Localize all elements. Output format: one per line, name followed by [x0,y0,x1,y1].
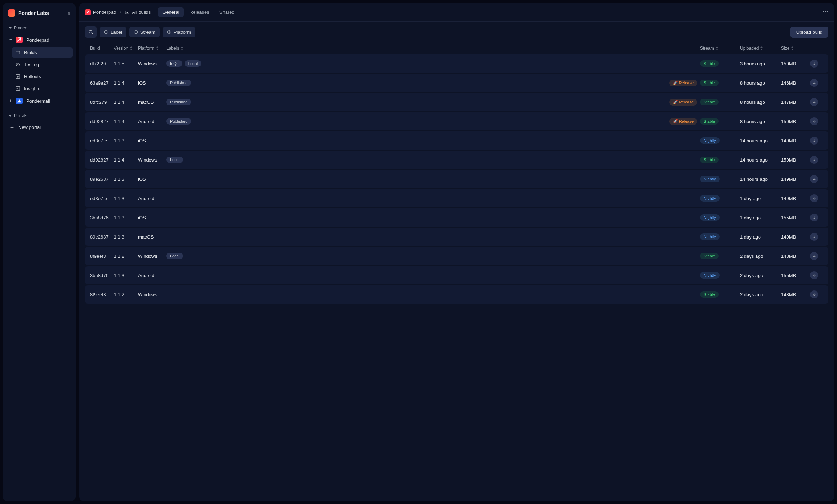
ponderpad-icon [85,9,91,15]
build-action [810,271,823,279]
more-menu[interactable] [822,9,828,16]
svg-rect-0 [16,51,20,54]
build-action [810,117,823,125]
build-uploaded: 14 hours ago [740,138,781,143]
app-pondermail[interactable]: Pondermail [6,95,73,107]
build-version: 1.1.4 [114,99,138,105]
nav-builds[interactable]: Builds [12,47,73,58]
builds-table: Build Version Platform Labels Stream Upl… [79,42,834,501]
col-size[interactable]: Size [781,46,810,51]
upload-build-button[interactable]: Upload build [790,27,828,38]
table-row[interactable]: 8f9eef3 1.1.2 Windows Local Stable 2 day… [85,247,828,265]
build-version: 1.1.3 [114,196,138,201]
build-platform: iOS [138,138,166,143]
download-button[interactable] [810,137,818,145]
portals-section[interactable]: Portals [6,111,73,121]
build-uploaded: 8 hours ago [740,119,781,124]
release-badge: 🚀 Release [669,99,697,106]
table-row[interactable]: dd92827 1.1.4 Android Published🚀 Release… [85,112,828,130]
pinned-section[interactable]: Pinned [6,23,73,33]
download-button[interactable] [810,214,818,221]
col-labels[interactable]: Labels [166,46,700,51]
filter-label[interactable]: Label [100,27,126,37]
breadcrumb-app-label: Ponderpad [93,9,116,15]
build-hash: ed3e7fe [90,138,114,143]
download-button[interactable] [810,79,818,87]
svg-point-6 [825,11,826,12]
table-row[interactable]: dd92827 1.1.4 Windows Local Stable 14 ho… [85,151,828,169]
download-button[interactable] [810,98,818,106]
table-row[interactable]: 89e2687 1.1.3 iOS Nightly 14 hours ago 1… [85,170,828,188]
table-row[interactable]: df72f29 1.1.5 Windows InQaLocal Stable 3… [85,54,828,73]
table-row[interactable]: 8f9eef3 1.1.2 Windows Stable 2 days ago … [85,285,828,304]
build-size: 150MB [781,119,810,124]
table-row[interactable]: 89e2687 1.1.3 macOS Nightly 1 day ago 14… [85,228,828,246]
table-row[interactable]: ed3e7fe 1.1.3 Android Nightly 1 day ago … [85,189,828,207]
plus-circle-icon [104,30,108,34]
download-button[interactable] [810,194,818,202]
breadcrumb-app[interactable]: Ponderpad [85,9,116,15]
triangle-right-icon [9,99,12,102]
download-icon [812,293,816,297]
build-uploaded: 3 hours ago [740,61,781,66]
nav-rollouts[interactable]: Rollouts [12,71,73,82]
download-button[interactable] [810,233,818,241]
filter-platform-text: Platform [174,29,191,35]
download-button[interactable] [810,252,818,260]
download-button[interactable] [810,175,818,183]
build-uploaded: 1 day ago [740,234,781,240]
sidebar: Ponder Labs ⇅ Pinned Ponderpad Builds Te… [3,3,76,501]
download-button[interactable] [810,290,818,298]
build-stream: Stable [700,291,740,298]
sort-icon [130,46,133,50]
download-button[interactable] [810,156,818,164]
tab-releases[interactable]: Releases [185,7,214,17]
app-ponderpad[interactable]: Ponderpad [6,34,73,46]
release-badge: 🚀 Release [669,80,697,86]
col-action [810,46,823,51]
tab-general[interactable]: General [158,7,183,17]
build-size: 149MB [781,138,810,143]
build-hash: 89e2687 [90,234,114,240]
build-stream: Nightly [700,176,740,182]
build-size: 150MB [781,61,810,66]
build-uploaded: 2 days ago [740,253,781,259]
download-icon [812,196,816,200]
nav-testing[interactable]: Testing [12,59,73,70]
col-build[interactable]: Build [90,46,114,51]
table-row[interactable]: 63a9a27 1.1.4 iOS Published🚀 Release Sta… [85,74,828,92]
org-switcher[interactable]: Ponder Labs ⇅ [6,7,73,19]
main-panel: Ponderpad / All builds General Releases … [79,3,834,501]
filter-stream[interactable]: Stream [129,27,160,37]
download-button[interactable] [810,117,818,125]
col-platform[interactable]: Platform [138,46,166,51]
download-button[interactable] [810,271,818,279]
download-button[interactable] [810,60,818,68]
col-stream[interactable]: Stream [700,46,740,51]
table-row[interactable]: 8dfc279 1.1.4 macOS Published🚀 Release S… [85,93,828,111]
nav-insights[interactable]: Insights [12,83,73,94]
build-uploaded: 1 day ago [740,196,781,201]
build-platform: macOS [138,234,166,240]
table-row[interactable]: 3ba8d76 1.1.3 Android Nightly 2 days ago… [85,266,828,284]
build-stream: Nightly [700,137,740,144]
col-version[interactable]: Version [114,46,138,51]
build-size: 149MB [781,196,810,201]
build-labels: Local [166,157,700,163]
download-icon [812,216,816,220]
search-button[interactable] [85,26,97,38]
table-row[interactable]: 3ba8d76 1.1.3 iOS Nightly 1 day ago 155M… [85,208,828,227]
new-portal-button[interactable]: New portal [6,122,73,133]
build-labels: Published🚀 Release [166,80,700,86]
filter-platform[interactable]: Platform [163,27,195,37]
table-header: Build Version Platform Labels Stream Upl… [85,42,828,54]
download-icon [812,273,816,277]
tab-shared[interactable]: Shared [215,7,239,17]
download-icon [812,119,816,123]
build-hash: ed3e7fe [90,196,114,201]
insights-icon [15,86,20,91]
breadcrumb-page[interactable]: All builds [125,9,151,15]
col-uploaded[interactable]: Uploaded [740,46,781,51]
build-version: 1.1.4 [114,80,138,86]
table-row[interactable]: ed3e7fe 1.1.3 iOS Nightly 14 hours ago 1… [85,131,828,150]
